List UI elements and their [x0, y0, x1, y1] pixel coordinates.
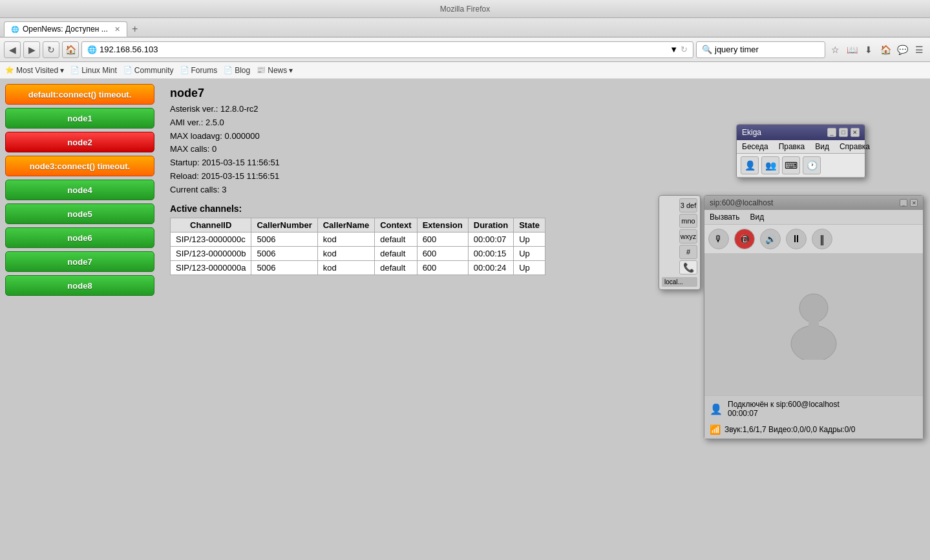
- table-cell-2-4: 600: [417, 260, 468, 275]
- sip-window: sip:600@localhost _ ✕ Вызвать Вид 🎙 📵 🔊 …: [704, 195, 924, 439]
- chat-icon[interactable]: 💬: [895, 43, 909, 57]
- ekiga-contacts-btn[interactable]: 👥: [761, 156, 779, 174]
- sip-pause-btn[interactable]: ‖: [812, 229, 832, 249]
- refresh-button[interactable]: ↻: [43, 41, 59, 58]
- sip-menu-call[interactable]: Вызвать: [704, 211, 745, 223]
- forward-button[interactable]: ▶: [23, 41, 40, 58]
- sidebar-node-node4[interactable]: node4: [5, 180, 154, 200]
- sip-volume-btn[interactable]: 🔊: [760, 229, 781, 249]
- ekiga-toolbar: 👤 👥 ⌨ 🕐: [737, 154, 865, 178]
- col-header-extension: Extension: [417, 218, 468, 232]
- ekiga-profile-btn[interactable]: 👤: [741, 156, 759, 174]
- tab-favicon: 🌐: [11, 26, 19, 33]
- ekiga-minimize-btn[interactable]: _: [827, 128, 836, 137]
- dialpad-key-hash[interactable]: #: [679, 245, 697, 259]
- col-header-callername: CallerName: [317, 218, 375, 232]
- sip-close-btn[interactable]: ✕: [910, 199, 918, 207]
- col-header-duration: Duration: [468, 218, 513, 232]
- address-bar-arrow: ▼: [670, 45, 678, 54]
- bookmark-blog[interactable]: 📄 Blog: [224, 66, 250, 75]
- bookmark-forums[interactable]: 📄 Forums: [180, 66, 218, 75]
- sip-hold-btn[interactable]: ⏸: [786, 229, 807, 249]
- table-cell-1-1: 5006: [251, 246, 317, 260]
- news-arrow: ▾: [289, 66, 293, 75]
- home-toolbar-icon[interactable]: 🏠: [878, 43, 893, 57]
- tab-label: OpenNews: Доступен ...: [23, 25, 108, 34]
- bookmark-community[interactable]: 📄 Community: [123, 66, 174, 75]
- table-cell-1-3: default: [375, 246, 417, 260]
- col-header-callernumber: CallerNumber: [251, 218, 317, 232]
- forums-label: Forums: [191, 66, 218, 75]
- search-bar[interactable]: 🔍 jquery timer: [696, 41, 825, 58]
- ekiga-menu-беседа[interactable]: Беседа: [737, 140, 774, 153]
- sidebar-node-node2[interactable]: node2: [5, 132, 154, 152]
- ekiga-menu-правка[interactable]: Правка: [774, 140, 810, 153]
- ekiga-window: Ekiga _ □ ✕ БеседаПравкаВидСправка 👤 👥 ⌨…: [736, 124, 865, 178]
- dialpad-call-btn[interactable]: 📞: [679, 260, 697, 275]
- table-cell-1-6: Up: [514, 246, 545, 260]
- ekiga-titlebar: Ekiga _ □ ✕: [737, 125, 865, 140]
- table-row: SIP/123-0000000a5006koddefault60000:00:2…: [171, 260, 545, 275]
- ekiga-history-btn[interactable]: 🕐: [803, 156, 821, 174]
- sip-menubar: Вызвать Вид: [704, 210, 923, 225]
- search-text: jquery timer: [715, 45, 759, 54]
- sidebar-node-node5[interactable]: node5: [5, 203, 154, 224]
- sip-controls: 🎙 📵 🔊 ⏸ ‖: [704, 225, 923, 253]
- sidebar-node-node7[interactable]: node7: [5, 251, 154, 272]
- dialpad-key-def[interactable]: 3 def: [679, 198, 697, 213]
- reading-list-icon[interactable]: 📖: [845, 43, 859, 57]
- sip-mic-btn[interactable]: 🎙: [708, 229, 729, 249]
- ekiga-dialpad-btn[interactable]: ⌨: [782, 156, 800, 174]
- ekiga-title-buttons: _ □ ✕: [827, 128, 860, 137]
- channels-table: ChannelIDCallerNumberCallerNameContextEx…: [170, 218, 545, 275]
- home-button[interactable]: 🏠: [62, 41, 79, 58]
- table-cell-1-2: kod: [317, 246, 375, 260]
- bookmark-news[interactable]: 📰 News ▾: [257, 66, 293, 75]
- most-visited-icon: ⭐: [5, 66, 14, 74]
- sip-connected-text: Подключён к sip:600@localhost: [728, 400, 840, 409]
- node-title: node7: [170, 87, 920, 100]
- ekiga-menu-справка[interactable]: Справка: [834, 140, 875, 153]
- address-bar[interactable]: 🌐 192.168.56.103 ▼ ↻: [81, 41, 693, 58]
- tab-close-btn[interactable]: ✕: [114, 25, 120, 34]
- bookmark-most-visited[interactable]: ⭐ Most Visited ▾: [5, 66, 64, 75]
- bookmarks-star-icon[interactable]: ☆: [828, 43, 842, 57]
- ekiga-close-btn[interactable]: ✕: [851, 128, 860, 137]
- download-icon[interactable]: ⬇: [861, 43, 876, 57]
- ekiga-menu-вид[interactable]: Вид: [810, 140, 834, 153]
- back-button[interactable]: ◀: [4, 41, 21, 58]
- dialpad-local-text: local...: [662, 277, 697, 287]
- table-cell-0-6: Up: [514, 232, 545, 246]
- most-visited-label: Most Visited: [16, 66, 58, 75]
- new-tab-button[interactable]: +: [127, 21, 143, 37]
- col-header-channelid: ChannelID: [171, 218, 251, 232]
- table-cell-0-3: default: [375, 232, 417, 246]
- sip-titlebar: sip:600@localhost _ ✕: [704, 196, 923, 210]
- browser-toolbar: ◀ ▶ ↻ 🏠 🌐 192.168.56.103 ▼ ↻ 🔍 jquery ti…: [0, 37, 930, 62]
- bookmark-linux-mint[interactable]: 📄 Linux Mint: [70, 66, 117, 75]
- menu-icon[interactable]: ☰: [912, 43, 926, 57]
- blog-icon: 📄: [224, 66, 233, 74]
- table-cell-0-5: 00:00:07: [468, 232, 513, 246]
- sip-hangup-btn[interactable]: 📵: [734, 229, 755, 249]
- reload-icon[interactable]: ↻: [681, 45, 688, 54]
- sidebar-node-node6[interactable]: node6: [5, 227, 154, 248]
- sip-status-user-icon: 👤: [710, 403, 723, 415]
- col-header-context: Context: [375, 218, 417, 232]
- tab-opennews[interactable]: 🌐 OpenNews: Доступен ... ✕: [4, 21, 127, 37]
- dialpad-key-wxyz[interactable]: wxyz: [679, 229, 697, 244]
- linux-mint-label: Linux Mint: [81, 66, 117, 75]
- sidebar-node-node8[interactable]: node8: [5, 275, 154, 296]
- address-bar-text: 192.168.56.103: [100, 45, 158, 54]
- dialpad-row-mno: mno: [662, 214, 697, 228]
- sidebar-node-node3-connect[interactable]: node3:connect() timeout.: [5, 156, 154, 176]
- table-cell-1-4: 600: [417, 246, 468, 260]
- sidebar-node-node1[interactable]: node1: [5, 108, 154, 129]
- ekiga-maximize-btn[interactable]: □: [839, 128, 848, 137]
- forums-icon: 📄: [180, 66, 189, 74]
- dialpad-key-mno[interactable]: mno: [679, 214, 697, 228]
- sip-minimize-btn[interactable]: _: [900, 199, 907, 207]
- sidebar-node-default-connect[interactable]: default:connect() timeout.: [5, 84, 154, 105]
- sip-menu-view[interactable]: Вид: [745, 211, 770, 223]
- community-icon: 📄: [123, 66, 132, 74]
